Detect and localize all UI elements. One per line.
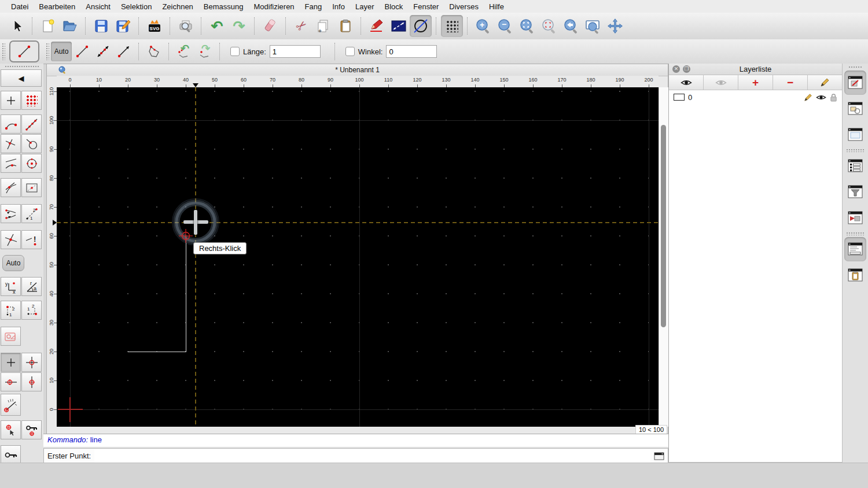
command-line-toggle[interactable] <box>844 237 866 261</box>
library-browser-toggle[interactable] <box>844 123 866 147</box>
snap-intersection-manual-button[interactable]: ! <box>21 230 42 249</box>
layer-color-swatch[interactable] <box>674 94 685 101</box>
layer-visibility-eye-icon[interactable] <box>816 94 826 101</box>
auto-zoom-button[interactable] <box>516 15 538 37</box>
delete-entities-button[interactable] <box>259 15 281 37</box>
copy-button[interactable]: + <box>312 15 334 37</box>
snap-perpendicular-button[interactable] <box>1 134 21 153</box>
line-auto-button[interactable]: Auto <box>51 42 72 61</box>
remove-layer-button[interactable]: − <box>773 75 808 90</box>
snap-free-button[interactable] <box>1 91 21 110</box>
coordinate-cartesian-button[interactable]: yx <box>1 277 21 296</box>
hide-all-layers-button[interactable] <box>704 75 738 90</box>
undock-panel-icon[interactable]: ❐ <box>683 65 690 73</box>
paste-button[interactable] <box>334 15 356 37</box>
restrict-vertical-button[interactable] <box>21 372 42 391</box>
close-panel-icon[interactable]: ✕ <box>672 65 680 73</box>
menu-fenster[interactable]: Fenster <box>408 2 444 11</box>
cut-button[interactable]: ✂ <box>290 15 312 37</box>
window-zoom-button[interactable] <box>582 15 604 37</box>
snap-distance-button[interactable]: 12 <box>21 204 42 223</box>
open-document-button[interactable] <box>59 15 81 37</box>
restrict-orthogonal-button[interactable] <box>21 353 42 372</box>
restrict-none-button[interactable] <box>1 353 21 372</box>
angle-input[interactable] <box>386 45 437 58</box>
command-input[interactable] <box>94 449 650 463</box>
layer-list-toggle[interactable] <box>844 71 866 95</box>
ray-button[interactable] <box>113 42 134 61</box>
snap-tangent-point-button[interactable] <box>21 134 42 153</box>
add-layer-button[interactable]: + <box>738 75 773 90</box>
grid-toggle-button[interactable] <box>441 15 463 37</box>
snap-intersection-button[interactable] <box>1 230 21 249</box>
coordinate-polar-button[interactable]: ra <box>21 277 42 296</box>
drawing-window-titlebar[interactable]: * Unbenannt 1 <box>47 64 668 76</box>
snap-center-button[interactable] <box>21 154 42 173</box>
selection-pointer-button[interactable] <box>6 15 28 37</box>
menu-diverses[interactable]: Diverses <box>444 2 484 11</box>
menu-hilfe[interactable]: Hilfe <box>484 2 509 11</box>
dock-drag-handle[interactable] <box>5 65 39 68</box>
snap-auto-button[interactable]: Auto <box>2 255 24 271</box>
show-all-layers-button[interactable] <box>669 75 704 90</box>
snap-middle-button[interactable] <box>1 204 21 223</box>
menu-ansicht[interactable]: Ansicht <box>80 2 116 11</box>
dimension-mode-button[interactable] <box>388 15 410 37</box>
drawing-canvas[interactable]: Rechts-Klick <box>57 87 659 427</box>
snap-on-entity-button[interactable] <box>21 114 42 134</box>
set-relative-zero-button[interactable] <box>1 420 21 439</box>
angle-checkbox[interactable] <box>345 47 355 56</box>
infinite-line-button[interactable] <box>93 42 113 61</box>
snap-reference-button[interactable] <box>21 178 42 197</box>
zoom-to-selection-button[interactable] <box>538 15 560 37</box>
draft-mode-button[interactable] <box>410 15 432 37</box>
menu-datei[interactable]: Datei <box>6 2 34 11</box>
command-options-button[interactable] <box>652 450 666 462</box>
length-checkbox[interactable] <box>230 47 240 56</box>
save-document-button[interactable] <box>90 15 112 37</box>
vertical-scrollbar[interactable] <box>659 87 668 427</box>
toolbar-drag-handle[interactable] <box>2 43 5 60</box>
snap-nearest-button[interactable] <box>1 154 21 173</box>
previous-view-button[interactable] <box>560 15 582 37</box>
redo-segment-button[interactable]: ↷ <box>194 42 215 61</box>
snap-back-button[interactable]: ◀ <box>1 69 42 87</box>
polyline-button[interactable] <box>144 42 164 61</box>
print-preview-button[interactable] <box>175 15 197 37</box>
line-segment-button[interactable] <box>72 42 93 61</box>
restrict-horizontal-button[interactable] <box>1 372 21 391</box>
restrict-off-button[interactable] <box>1 327 21 346</box>
zoom-in-button[interactable]: + <box>472 15 494 37</box>
snap-angle-button[interactable] <box>1 394 21 416</box>
layer-row-0[interactable]: 0 <box>669 90 842 104</box>
menu-block[interactable]: Block <box>379 2 408 11</box>
pan-zoom-button[interactable] <box>604 15 626 37</box>
layer-edit-pencil-icon[interactable] <box>804 93 812 102</box>
relative-point-b-button[interactable]: 12 <box>21 301 42 320</box>
svg-export-button[interactable]: SVG <box>144 15 165 37</box>
edit-layer-button[interactable] <box>808 75 842 90</box>
current-tool-line[interactable] <box>9 40 39 62</box>
layer-lock-icon[interactable] <box>830 93 837 102</box>
menu-bemassung[interactable]: Bemassung <box>198 2 249 11</box>
undo-segment-button[interactable]: ↶ <box>174 42 194 61</box>
dock-drag-handle[interactable] <box>848 66 862 69</box>
toolbar-drag-handle[interactable] <box>46 43 49 60</box>
relative-point-a-button[interactable]: 12 <box>1 301 21 320</box>
redo-button[interactable]: ↷ <box>228 15 250 37</box>
zoom-out-button[interactable]: − <box>494 15 516 37</box>
property-editor-toggle[interactable] <box>844 154 866 178</box>
snap-grid-button[interactable] <box>21 91 42 110</box>
menu-zeichnen[interactable]: Zeichnen <box>157 2 198 11</box>
selection-filter-toggle[interactable] <box>844 180 866 204</box>
menu-bearbeiten[interactable]: Bearbeiten <box>34 2 80 11</box>
undo-button[interactable]: ↶ <box>206 15 228 37</box>
menu-fang[interactable]: Fang <box>300 2 328 11</box>
relative-zero-button[interactable] <box>1 445 21 464</box>
clipboard-panel-toggle[interactable] <box>844 263 866 287</box>
new-document-button[interactable] <box>37 15 59 37</box>
menu-info[interactable]: Info <box>327 2 350 11</box>
save-document-as-button[interactable] <box>112 15 134 37</box>
view-panel-toggle[interactable] <box>844 206 866 230</box>
menu-layer[interactable]: Layer <box>350 2 380 11</box>
